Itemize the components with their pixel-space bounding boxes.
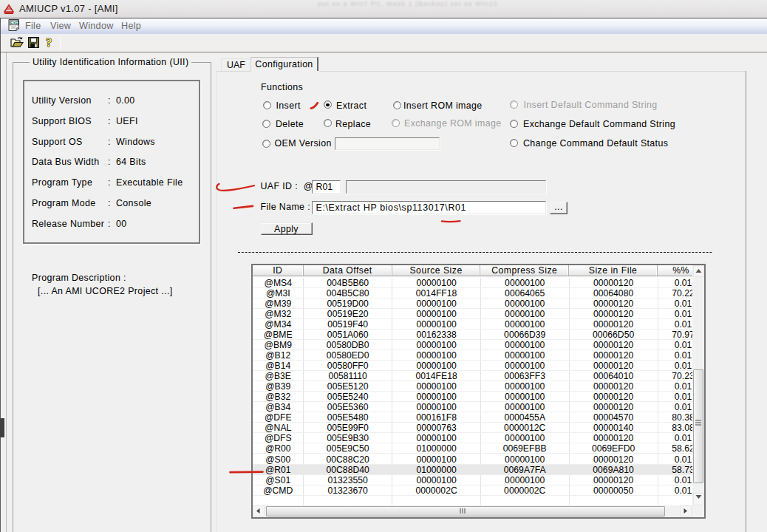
- svg-text:?: ?: [46, 35, 52, 50]
- svg-text:EXE: EXE: [10, 21, 18, 25]
